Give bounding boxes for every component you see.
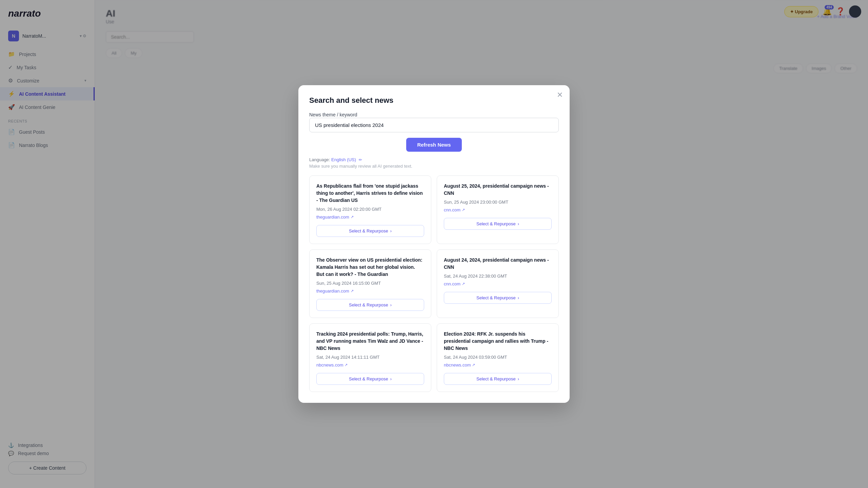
modal-disclaimer: Make sure you manually review all AI gen…: [309, 164, 559, 169]
news-card: As Republicans flail from 'one stupid ja…: [309, 175, 431, 244]
news-date: Sun, 25 Aug 2024 16:15:00 GMT: [316, 281, 424, 286]
modal-title: Search and select news: [309, 96, 559, 105]
external-link-icon: ↗: [344, 363, 348, 367]
select-repurpose-button[interactable]: Select & Repurpose ›: [444, 218, 552, 230]
news-source-link[interactable]: nbcnews.com ↗: [316, 362, 424, 368]
news-source-link[interactable]: cnn.com ↗: [444, 207, 552, 212]
news-card: The Observer view on US presidential ele…: [309, 249, 431, 318]
news-date: Sun, 25 Aug 2024 23:00:00 GMT: [444, 200, 552, 205]
language-row: Language: English (US) ✏: [309, 157, 559, 162]
modal-close-button[interactable]: ✕: [557, 91, 563, 99]
chevron-right-icon: ›: [390, 228, 392, 233]
chevron-right-icon: ›: [518, 376, 519, 381]
external-link-icon: ↗: [351, 289, 354, 293]
chevron-right-icon: ›: [518, 221, 519, 226]
select-repurpose-button[interactable]: Select & Repurpose ›: [444, 373, 552, 385]
news-date: Sat, 24 Aug 2024 03:59:00 GMT: [444, 355, 552, 360]
news-source-link[interactable]: theguardian.com ↗: [316, 214, 424, 220]
news-date: Mon, 26 Aug 2024 02:20:00 GMT: [316, 207, 424, 212]
news-source-link[interactable]: cnn.com ↗: [444, 281, 552, 286]
news-grid: As Republicans flail from 'one stupid ja…: [309, 175, 559, 392]
news-title: Tracking 2024 presidential polls: Trump,…: [316, 331, 424, 352]
select-repurpose-button[interactable]: Select & Repurpose ›: [316, 373, 424, 385]
news-source-link[interactable]: nbcnews.com ↗: [444, 362, 552, 368]
news-title: August 24, 2024, presidential campaign n…: [444, 257, 552, 271]
news-title: The Observer view on US presidential ele…: [316, 257, 424, 278]
edit-language-icon[interactable]: ✏: [359, 157, 362, 162]
external-link-icon: ↗: [462, 282, 465, 286]
chevron-right-icon: ›: [390, 302, 392, 307]
modal-overlay: ✕ Search and select news News theme / ke…: [0, 0, 868, 488]
select-repurpose-button[interactable]: Select & Repurpose ›: [316, 225, 424, 237]
external-link-icon: ↗: [351, 215, 354, 219]
chevron-right-icon: ›: [390, 376, 392, 381]
news-card: August 25, 2024, presidential campaign n…: [437, 175, 559, 244]
select-repurpose-button[interactable]: Select & Repurpose ›: [444, 292, 552, 304]
refresh-news-button[interactable]: Refresh News: [406, 138, 461, 152]
news-date: Sat, 24 Aug 2024 22:38:00 GMT: [444, 274, 552, 279]
select-repurpose-button[interactable]: Select & Repurpose ›: [316, 299, 424, 311]
news-title: Election 2024: RFK Jr. suspends his pres…: [444, 331, 552, 352]
external-link-icon: ↗: [472, 363, 475, 367]
news-title: As Republicans flail from 'one stupid ja…: [316, 183, 424, 204]
news-title: August 25, 2024, presidential campaign n…: [444, 183, 552, 197]
language-link[interactable]: English (US): [331, 157, 356, 162]
keyword-input[interactable]: [309, 118, 559, 132]
news-date: Sat, 24 Aug 2024 14:11:11 GMT: [316, 355, 424, 360]
news-card: Tracking 2024 presidential polls: Trump,…: [309, 323, 431, 392]
news-modal: ✕ Search and select news News theme / ke…: [298, 85, 570, 403]
news-card: Election 2024: RFK Jr. suspends his pres…: [437, 323, 559, 392]
news-card: August 24, 2024, presidential campaign n…: [437, 249, 559, 318]
modal-input-label: News theme / keyword: [309, 112, 357, 117]
external-link-icon: ↗: [462, 208, 465, 212]
news-source-link[interactable]: theguardian.com ↗: [316, 288, 424, 294]
chevron-right-icon: ›: [518, 295, 519, 300]
